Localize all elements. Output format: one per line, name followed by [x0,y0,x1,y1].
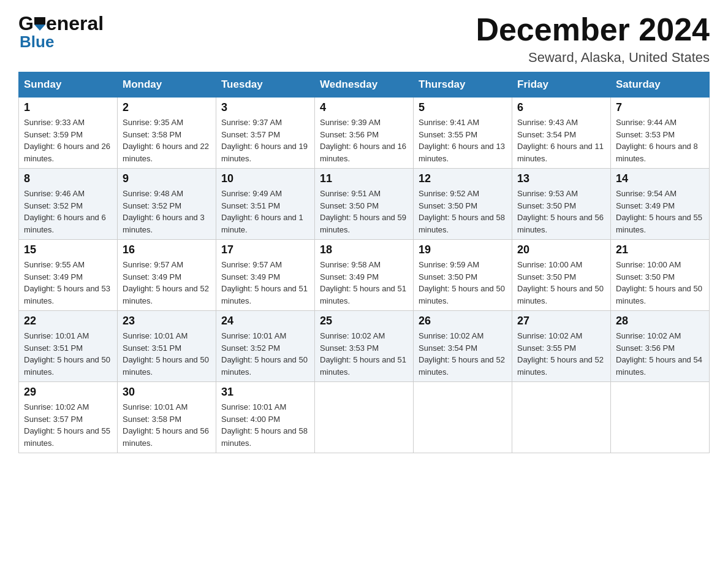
day-number: 30 [123,386,211,399]
calendar-table: SundayMondayTuesdayWednesdayThursdayFrid… [18,72,710,453]
calendar-cell: 5 Sunrise: 9:41 AM Sunset: 3:55 PM Dayli… [414,98,512,169]
calendar-cell: 23 Sunrise: 10:01 AM Sunset: 3:51 PM Day… [118,311,216,382]
calendar-cell: 17 Sunrise: 9:57 AM Sunset: 3:49 PM Dayl… [216,240,315,311]
day-info: Sunrise: 9:54 AM Sunset: 3:49 PM Dayligh… [616,188,704,236]
day-number: 5 [419,101,507,114]
day-number: 19 [419,243,507,256]
day-info: Sunrise: 10:02 AM Sunset: 3:55 PM Daylig… [517,330,605,378]
calendar-cell: 13 Sunrise: 9:53 AM Sunset: 3:50 PM Dayl… [512,169,611,240]
calendar-cell: 1 Sunrise: 9:33 AM Sunset: 3:59 PM Dayli… [19,98,118,169]
calendar-cell [611,382,710,453]
calendar-header-thursday: Thursday [414,72,512,98]
calendar-cell: 18 Sunrise: 9:58 AM Sunset: 3:49 PM Dayl… [315,240,414,311]
calendar-cell [512,382,611,453]
calendar-cell: 6 Sunrise: 9:43 AM Sunset: 3:54 PM Dayli… [512,98,611,169]
calendar-cell: 15 Sunrise: 9:55 AM Sunset: 3:49 PM Dayl… [19,240,118,311]
calendar-cell: 2 Sunrise: 9:35 AM Sunset: 3:58 PM Dayli… [118,98,216,169]
day-info: Sunrise: 9:44 AM Sunset: 3:53 PM Dayligh… [616,117,704,164]
day-info: Sunrise: 10:01 AM Sunset: 3:51 PM Daylig… [24,330,112,378]
calendar-cell: 25 Sunrise: 10:02 AM Sunset: 3:53 PM Day… [315,311,414,382]
calendar-cell: 14 Sunrise: 9:54 AM Sunset: 3:49 PM Dayl… [611,169,710,240]
day-info: Sunrise: 9:57 AM Sunset: 3:49 PM Dayligh… [221,259,309,307]
day-info: Sunrise: 9:57 AM Sunset: 3:49 PM Dayligh… [123,259,211,307]
calendar-header-wednesday: Wednesday [315,72,414,98]
day-info: Sunrise: 9:52 AM Sunset: 3:50 PM Dayligh… [419,188,507,236]
day-info: Sunrise: 10:01 AM Sunset: 3:58 PM Daylig… [123,401,211,449]
calendar-cell: 16 Sunrise: 9:57 AM Sunset: 3:49 PM Dayl… [118,240,216,311]
day-info: Sunrise: 9:58 AM Sunset: 3:49 PM Dayligh… [320,259,408,307]
day-number: 23 [123,315,211,327]
day-number: 1 [24,101,112,114]
calendar-header-monday: Monday [118,72,216,98]
day-number: 26 [419,315,507,327]
day-info: Sunrise: 10:02 AM Sunset: 3:53 PM Daylig… [320,330,408,378]
day-info: Sunrise: 9:48 AM Sunset: 3:52 PM Dayligh… [123,188,211,236]
calendar-cell: 12 Sunrise: 9:52 AM Sunset: 3:50 PM Dayl… [414,169,512,240]
day-number: 6 [517,101,605,114]
page-subtitle: Seward, Alaska, United States [476,50,710,66]
calendar-cell: 26 Sunrise: 10:02 AM Sunset: 3:54 PM Day… [414,311,512,382]
calendar-cell: 20 Sunrise: 10:00 AM Sunset: 3:50 PM Day… [512,240,611,311]
day-info: Sunrise: 9:35 AM Sunset: 3:58 PM Dayligh… [123,117,211,164]
calendar-cell: 11 Sunrise: 9:51 AM Sunset: 3:50 PM Dayl… [315,169,414,240]
day-number: 25 [320,315,408,327]
calendar-cell: 19 Sunrise: 9:59 AM Sunset: 3:50 PM Dayl… [414,240,512,311]
day-number: 21 [616,243,704,256]
day-number: 24 [221,315,309,327]
page-header: G eneral Blue December 2024 Seward, Alas… [18,12,710,66]
day-info: Sunrise: 9:39 AM Sunset: 3:56 PM Dayligh… [320,117,408,164]
calendar-cell: 10 Sunrise: 9:49 AM Sunset: 3:51 PM Dayl… [216,169,315,240]
day-number: 17 [221,243,309,256]
day-number: 28 [616,315,704,327]
calendar-cell: 21 Sunrise: 10:00 AM Sunset: 3:50 PM Day… [611,240,710,311]
calendar-cell: 3 Sunrise: 9:37 AM Sunset: 3:57 PM Dayli… [216,98,315,169]
day-number: 18 [320,243,408,256]
calendar-cell: 24 Sunrise: 10:01 AM Sunset: 3:52 PM Day… [216,311,315,382]
day-number: 4 [320,101,408,114]
calendar-cell: 27 Sunrise: 10:02 AM Sunset: 3:55 PM Day… [512,311,611,382]
calendar-cell: 28 Sunrise: 10:02 AM Sunset: 3:56 PM Day… [611,311,710,382]
day-number: 14 [616,172,704,185]
day-info: Sunrise: 10:01 AM Sunset: 3:51 PM Daylig… [123,330,211,378]
day-number: 13 [517,172,605,185]
day-info: Sunrise: 9:51 AM Sunset: 3:50 PM Dayligh… [320,188,408,236]
calendar-week-row: 1 Sunrise: 9:33 AM Sunset: 3:59 PM Dayli… [19,98,710,169]
day-info: Sunrise: 9:46 AM Sunset: 3:52 PM Dayligh… [24,188,112,236]
day-info: Sunrise: 9:43 AM Sunset: 3:54 PM Dayligh… [517,117,605,164]
day-number: 22 [24,315,112,327]
page-title: December 2024 [476,12,710,47]
day-info: Sunrise: 9:59 AM Sunset: 3:50 PM Dayligh… [419,259,507,307]
calendar-cell: 8 Sunrise: 9:46 AM Sunset: 3:52 PM Dayli… [19,169,118,240]
day-number: 8 [24,172,112,185]
calendar-header-sunday: Sunday [19,72,118,98]
day-number: 29 [24,386,112,399]
day-number: 31 [221,386,309,399]
calendar-cell: 22 Sunrise: 10:01 AM Sunset: 3:51 PM Day… [19,311,118,382]
calendar-cell: 9 Sunrise: 9:48 AM Sunset: 3:52 PM Dayli… [118,169,216,240]
logo-eneral: eneral [46,12,104,35]
logo: G eneral Blue [18,12,104,52]
day-info: Sunrise: 9:53 AM Sunset: 3:50 PM Dayligh… [517,188,605,236]
day-number: 15 [24,243,112,256]
day-info: Sunrise: 10:02 AM Sunset: 3:54 PM Daylig… [419,330,507,378]
day-info: Sunrise: 9:55 AM Sunset: 3:49 PM Dayligh… [24,259,112,307]
calendar-cell [414,382,512,453]
day-number: 16 [123,243,211,256]
calendar-header-friday: Friday [512,72,611,98]
logo-g: G [18,12,34,35]
day-number: 7 [616,101,704,114]
day-info: Sunrise: 10:01 AM Sunset: 4:00 PM Daylig… [221,401,309,449]
calendar-cell: 7 Sunrise: 9:44 AM Sunset: 3:53 PM Dayli… [611,98,710,169]
logo-icon [34,17,45,31]
day-number: 12 [419,172,507,185]
calendar-cell: 31 Sunrise: 10:01 AM Sunset: 4:00 PM Day… [216,382,315,453]
calendar-week-row: 22 Sunrise: 10:01 AM Sunset: 3:51 PM Day… [19,311,710,382]
calendar-header-saturday: Saturday [611,72,710,98]
day-number: 9 [123,172,211,185]
calendar-week-row: 15 Sunrise: 9:55 AM Sunset: 3:49 PM Dayl… [19,240,710,311]
day-info: Sunrise: 10:01 AM Sunset: 3:52 PM Daylig… [221,330,309,378]
day-number: 2 [123,101,211,114]
calendar-week-row: 8 Sunrise: 9:46 AM Sunset: 3:52 PM Dayli… [19,169,710,240]
calendar-cell: 29 Sunrise: 10:02 AM Sunset: 3:57 PM Day… [19,382,118,453]
title-area: December 2024 Seward, Alaska, United Sta… [476,12,710,66]
